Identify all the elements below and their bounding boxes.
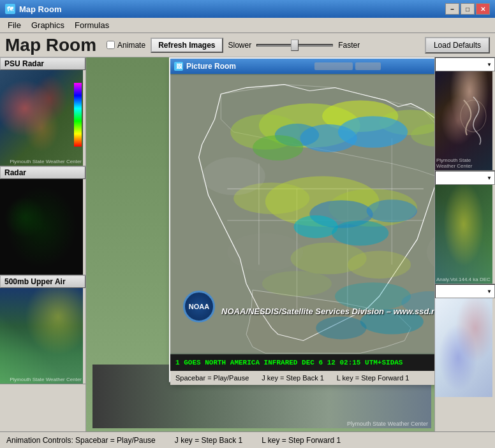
svg-point-10 xyxy=(253,135,303,161)
toolbar: Map Room Animate Refresh Images Slower F… xyxy=(0,33,495,57)
dropdown-arrow-2: ▼ xyxy=(487,175,492,181)
animate-checkbox-group: Animate xyxy=(107,41,145,50)
surface-overlay xyxy=(435,298,492,397)
right-dropdown-2[interactable]: ▼ xyxy=(435,171,495,185)
winds-overlay xyxy=(435,185,492,284)
right-section-3: ▼ xyxy=(435,284,495,397)
svg-point-16 xyxy=(294,215,338,238)
right-image-1[interactable]: Plymouth State Weather Center xyxy=(435,71,492,170)
window-title: Map Room xyxy=(19,4,61,14)
upper-air-visual: Plymouth State Weather Center xyxy=(0,288,83,384)
noaa-logo: NOAA xyxy=(183,291,215,322)
right-image-3[interactable] xyxy=(435,298,492,397)
speed-slider[interactable] xyxy=(256,44,333,47)
image-label-text: 1 GOES NORTH AMERICA INFRARED DEC 6 12 0… xyxy=(175,359,403,366)
status-bar: Animation Controls: Spacebar = Play/Paus… xyxy=(0,431,495,448)
upper-air-overlay xyxy=(0,288,83,384)
load-defaults-button[interactable]: Load Defaults xyxy=(425,37,490,54)
status-j-key: J key = Step Back 1 xyxy=(175,436,242,445)
psu-radar-image[interactable]: Plymouth State Weather Center xyxy=(0,70,83,166)
refresh-images-button[interactable]: Refresh Images xyxy=(151,38,223,53)
window-controls: – □ ✕ xyxy=(445,3,490,15)
right-sidebar: ▼ Plymouth State Weather Center xyxy=(434,57,495,431)
right-img1-watermark: Plymouth State Weather Center xyxy=(436,157,491,169)
svg-point-20 xyxy=(262,271,332,296)
main-content: PSU Radar Plymouth State Weather Center … xyxy=(0,57,495,431)
center-area: 🖼 Picture Room – □ ✕ xyxy=(86,57,434,431)
faster-label: Faster xyxy=(338,41,360,50)
picture-room-dialog: 🖼 Picture Room – □ ✕ xyxy=(169,57,434,382)
psu-radar-overlay xyxy=(0,70,83,166)
close-button[interactable]: ✕ xyxy=(476,3,490,15)
hurricane-svg xyxy=(435,71,492,170)
app-icon: 🗺 xyxy=(5,4,15,14)
minimize-button[interactable]: – xyxy=(445,3,459,15)
noaa-text-overlay: NOAA/NESDIS/Satellite Services Division … xyxy=(221,307,434,316)
bottom-watermark: Plymouth State Weather Center xyxy=(347,421,428,427)
j-key-hint: J key = Step Back 1 xyxy=(262,374,324,382)
right-section-2: ▼ Analy.Vol.144.4 ka DEC xyxy=(435,171,495,284)
speed-slider-container xyxy=(256,44,333,47)
radar-header[interactable]: Radar xyxy=(0,166,85,179)
slower-label: Slower xyxy=(228,41,252,50)
dropdown-arrow-1: ▼ xyxy=(487,62,492,68)
dropdown-arrow-3: ▼ xyxy=(487,289,492,294)
upper-air-image[interactable]: Plymouth State Weather Center xyxy=(0,288,83,384)
l-key-hint: L key = Step Forward 1 xyxy=(337,374,410,382)
dialog-key-hints: Spacebar = Play/Pause J key = Step Back … xyxy=(170,371,434,385)
app-title: Map Room xyxy=(5,35,96,55)
radar-visual xyxy=(0,179,83,275)
dialog-icon: 🖼 xyxy=(174,62,183,71)
radar-image[interactable] xyxy=(0,179,83,275)
right-img2-label: Analy.Vol.144.4 ka DEC xyxy=(436,277,491,282)
left-sidebar: PSU Radar Plymouth State Weather Center … xyxy=(0,57,86,431)
svg-point-27 xyxy=(202,157,265,196)
title-bar: 🗺 Map Room – □ ✕ xyxy=(0,0,495,18)
menu-formulas[interactable]: Formulas xyxy=(70,19,114,31)
dialog-image-area: NOAA NOAA/NESDIS/Satellite Services Divi… xyxy=(170,74,434,354)
svg-point-17 xyxy=(332,220,388,246)
psu-radar-section: PSU Radar Plymouth State Weather Center xyxy=(0,57,85,166)
svg-point-8 xyxy=(338,116,408,148)
dialog-image-label: 1 GOES NORTH AMERICA INFRARED DEC 6 12 0… xyxy=(170,354,434,371)
right-section-1: ▼ Plymouth State Weather Center xyxy=(435,57,495,171)
maximize-button[interactable]: □ xyxy=(461,3,475,15)
svg-point-19 xyxy=(348,251,411,279)
main-satellite-image: NOAA NOAA/NESDIS/Satellite Services Divi… xyxy=(170,74,434,354)
surface-visual xyxy=(435,298,492,397)
svg-point-15 xyxy=(367,199,417,222)
winds-visual: Analy.Vol.144.4 ka DEC xyxy=(435,185,492,284)
spacebar-hint: Spacebar = Play/Pause xyxy=(175,374,249,382)
upper-air-section: 500mb Upper Air Plymouth State Weather C… xyxy=(0,275,85,384)
upper-air-watermark: Plymouth State Weather Center xyxy=(10,377,82,382)
animate-label: Animate xyxy=(117,41,145,50)
animate-checkbox[interactable] xyxy=(107,41,115,49)
radar-section: Radar xyxy=(0,166,85,275)
psu-radar-visual: Plymouth State Weather Center xyxy=(0,70,83,166)
dialog-title: Picture Room xyxy=(186,62,236,71)
status-animation-label: Animation Controls: Spacebar = Play/Paus… xyxy=(6,436,156,445)
psu-radar-header[interactable]: PSU Radar xyxy=(0,57,85,70)
upper-air-header[interactable]: 500mb Upper Air xyxy=(0,275,85,288)
noaa-credit-text: NOAA/NESDIS/Satellite Services Division … xyxy=(221,307,434,316)
svg-point-24 xyxy=(316,317,366,340)
psu-radar-watermark: Plymouth State Weather Center xyxy=(10,159,82,164)
right-image-2[interactable]: Analy.Vol.144.4 ka DEC xyxy=(435,185,492,284)
color-scale xyxy=(74,83,82,147)
status-l-key: L key = Step Forward 1 xyxy=(262,436,341,445)
radar-overlay xyxy=(0,179,83,275)
right-dropdown-3[interactable]: ▼ xyxy=(435,284,495,298)
satellite-ir-visual: Plymouth State Weather Center xyxy=(435,71,492,170)
right-dropdown-1[interactable]: ▼ xyxy=(435,57,495,71)
svg-point-29 xyxy=(227,233,303,271)
menu-file[interactable]: File xyxy=(3,19,26,31)
menu-bar: File Graphics Formulas xyxy=(0,18,495,33)
dialog-title-bar: 🖼 Picture Room – □ ✕ xyxy=(170,59,434,74)
menu-graphics[interactable]: Graphics xyxy=(26,19,70,31)
